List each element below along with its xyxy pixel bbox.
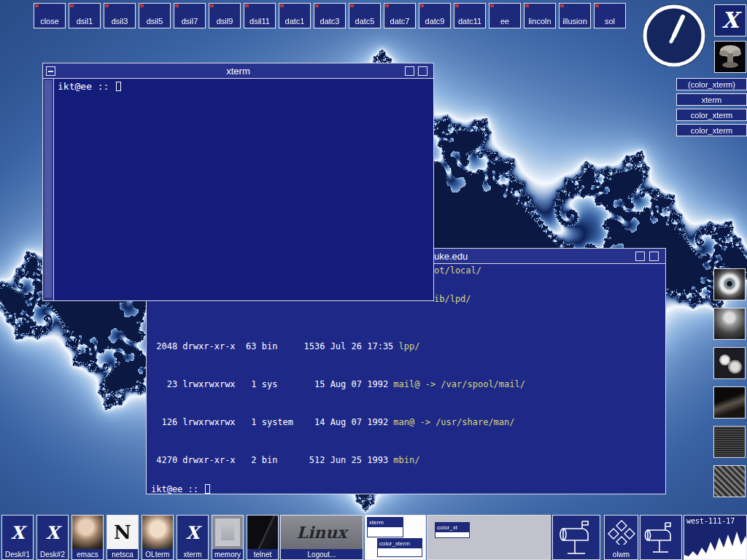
xterm-title: xterm	[43, 66, 433, 77]
drag-handle-icon	[35, 4, 39, 7]
toolbar-button[interactable]: datc3	[314, 3, 346, 28]
xterm-scrollbar[interactable]	[43, 79, 54, 300]
shell-prompt: ikt@ee ::	[151, 484, 210, 494]
toolbar-button[interactable]: datc7	[384, 3, 416, 28]
emacs-button[interactable]: emacs	[71, 515, 104, 560]
resize-button[interactable]	[649, 252, 659, 261]
logout-button[interactable]: Linux Logout...	[280, 515, 363, 560]
toolbar-button-label: sol	[605, 17, 615, 26]
eye-photo-icon[interactable]	[713, 268, 746, 300]
drag-handle-icon	[455, 4, 459, 7]
toolbar-button-label: dsil9	[217, 17, 233, 26]
toolbar-button-label: dsil11	[249, 17, 270, 26]
shade-button[interactable]	[405, 66, 414, 76]
toolbar-button[interactable]: dsil9	[209, 3, 241, 28]
portrait-photo-icon[interactable]	[713, 386, 746, 419]
toolbar-button[interactable]: ee	[489, 3, 521, 28]
listing-row: 4270 drwxr-xr-x 2 bin 512 Jun 25 1993 mb…	[151, 456, 665, 465]
right-icon-dock	[713, 268, 746, 497]
toolbar-button[interactable]: dsil7	[174, 3, 206, 28]
toolbar-button[interactable]: datc5	[349, 3, 381, 28]
taskbar-button-icon	[212, 516, 243, 549]
desk2-button[interactable]: X Desk#2	[36, 515, 69, 560]
xterm-button[interactable]: X xterm	[177, 515, 209, 560]
pager-mini-window[interactable]: color_xt	[435, 522, 470, 538]
olterm-button[interactable]: OLterm	[142, 515, 174, 560]
resize-button[interactable]	[418, 66, 427, 76]
mailbox-button[interactable]	[552, 515, 600, 560]
listing-row: 2048 drwxr-xr-x 63 bin 1536 Jul 26 17:35…	[151, 342, 665, 351]
toolbar-button-label: dsil3	[112, 17, 128, 26]
toolbar-button[interactable]: datc9	[419, 3, 451, 28]
toolbar-button[interactable]: sol	[594, 3, 626, 28]
window-list-item-label: color_xterm	[691, 111, 732, 120]
toolbar-button-label: lincoln	[528, 17, 551, 26]
toolbar-button[interactable]: close	[34, 3, 66, 28]
taskbar-button-label: telnet	[247, 549, 278, 559]
toolbar-button[interactable]: dsil3	[104, 3, 136, 28]
netscape-button[interactable]: N netsca	[107, 515, 139, 560]
pager-desk2[interactable]: color_xt	[427, 515, 551, 560]
directory-listing: 2048 drwxr-xr-x 63 bin 1536 Jul 26 17:35…	[151, 304, 665, 494]
pager-mini-title: color_xt	[436, 523, 469, 532]
taskbar-button-icon: X	[37, 516, 68, 549]
drag-handle-icon	[105, 4, 109, 7]
load-monitor[interactable]: west-111-17	[684, 515, 747, 560]
drag-handle-icon	[525, 4, 529, 7]
spheres-photo-icon[interactable]	[713, 347, 746, 379]
xterm-terminal-content[interactable]: ikt@ee ::	[54, 79, 433, 300]
mailbox-button[interactable]	[640, 515, 682, 560]
toolbar-button[interactable]: dsil1	[69, 3, 101, 28]
mailbox-icon	[640, 516, 681, 559]
taskbar-button-icon: X	[177, 516, 208, 549]
shade-button[interactable]	[635, 252, 645, 261]
toolbar-button-label: datc1	[285, 17, 305, 26]
toolbar-button-label: datc7	[390, 17, 410, 26]
scrollbar-thumb[interactable]	[44, 80, 52, 298]
toolbar-button-label: dsil1	[77, 17, 93, 26]
xterm-titlebar[interactable]: xterm	[43, 63, 433, 79]
listing-row: 126 lrwxrwxrwx 1 system 14 Aug 07 1992 m…	[151, 418, 665, 427]
xclock-widget[interactable]	[640, 2, 708, 69]
window-list-item[interactable]: color_xterm	[676, 109, 747, 121]
taskbar-button-label: netsca	[107, 549, 138, 559]
pager-mini-window[interactable]: xterm	[367, 517, 403, 537]
linux-logo-icon: Linux	[281, 516, 363, 549]
pager-desk1[interactable]: xterm color_xterm	[365, 515, 426, 560]
top-toolbar: close dsil1 dsil3 dsil5 dsil7 dsil9 dsil…	[34, 3, 626, 28]
x-logo-button[interactable]: X	[714, 4, 746, 36]
memory-button[interactable]: memory	[212, 515, 244, 560]
toolbar-button-label: datc3	[320, 17, 340, 26]
openlook-diamond-icon	[605, 516, 638, 549]
drag-handle-icon	[560, 4, 564, 7]
desk1-button[interactable]: X Desk#1	[1, 515, 34, 560]
mushroom-cloud-icon	[715, 42, 746, 72]
static-photo-icon[interactable]	[713, 426, 746, 458]
toolbar-button[interactable]: datc11	[454, 3, 486, 28]
toolbar-button[interactable]: dsil11	[244, 3, 276, 28]
pager-mini-window[interactable]: color_xterm	[377, 538, 422, 557]
mailbox-icon	[553, 516, 600, 559]
olwm-button[interactable]: olwm	[604, 515, 638, 560]
weave-photo-icon[interactable]	[713, 465, 746, 497]
window-list-item[interactable]: xterm	[676, 93, 747, 106]
telnet-button[interactable]: telnet	[247, 515, 279, 560]
pager-mini-title: color_xterm	[378, 539, 422, 548]
skull-photo-icon[interactable]	[713, 308, 746, 340]
taskbar-button-icon: N	[107, 516, 138, 549]
toolbar-button[interactable]: datc1	[279, 3, 311, 28]
window-list: (color_xterm) xterm color_xterm color_xt…	[676, 78, 747, 136]
toolbar-button[interactable]: lincoln	[524, 3, 556, 28]
toolbar-button[interactable]: illusion	[559, 3, 591, 28]
window-list-item[interactable]: color_xterm	[676, 124, 747, 136]
drag-handle-icon	[70, 4, 74, 7]
mushroom-cloud-button[interactable]	[714, 41, 746, 73]
taskbar: X Desk#1 X Desk#2 emacs N netsca OLterm …	[1, 515, 279, 560]
toolbar-button[interactable]: dsil5	[139, 3, 171, 28]
text-cursor	[116, 82, 121, 91]
toolbar-button-label: illusion	[562, 17, 587, 26]
drag-handle-icon	[280, 4, 284, 7]
load-graph-icon	[684, 526, 747, 559]
window-list-item[interactable]: (color_xterm)	[676, 78, 747, 90]
drag-handle-icon	[315, 4, 319, 7]
